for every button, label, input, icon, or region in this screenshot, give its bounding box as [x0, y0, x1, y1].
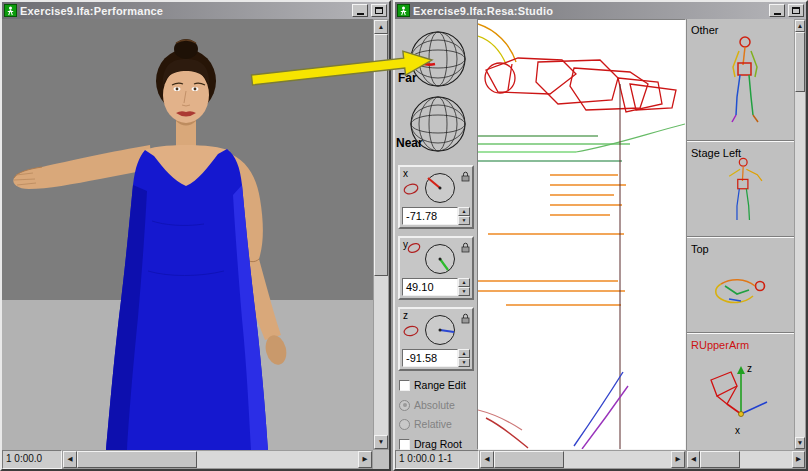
pose-sidebar: Other Stage Left: [686, 19, 794, 450]
scroll-down-button[interactable]: ▼: [795, 437, 805, 449]
minimize-icon: [774, 13, 781, 15]
up-arrow-icon: ▲: [378, 24, 384, 31]
scroll-up-button[interactable]: ▲: [374, 20, 388, 34]
x-rotation-dial[interactable]: [400, 169, 470, 205]
y-spinner[interactable]: ▲ ▼: [458, 278, 470, 296]
left-arrow-icon: ◀: [485, 456, 490, 463]
z-rotation-dial[interactable]: [400, 311, 470, 347]
scrollbar-corner: [373, 450, 389, 469]
maximize-icon: [375, 7, 383, 14]
up-arrow-icon: ▲: [462, 209, 467, 214]
x-spinner[interactable]: ▲ ▼: [458, 207, 470, 225]
pose-panel-rupperarm[interactable]: RUpperArm z x: [687, 334, 794, 450]
studio-window: Exercise9.lfa:Resa:Studio Far Near x: [393, 0, 808, 471]
scroll-up-button[interactable]: ▲: [795, 20, 805, 32]
pose-label-rupperarm: RUpperArm: [691, 339, 749, 351]
scroll-left-button[interactable]: ◀: [480, 451, 494, 468]
studio-window-title: Exercise9.lfa:Resa:Studio: [413, 5, 766, 17]
up-arrow-icon: ▲: [797, 23, 803, 30]
pose-panel-top[interactable]: Top: [687, 238, 794, 332]
near-label: Near: [396, 136, 423, 150]
absolute-option: Absolute: [399, 399, 455, 411]
z-axis-label: z: [747, 363, 752, 374]
down-arrow-icon: ▼: [462, 360, 467, 365]
z-value-field[interactable]: -91.58: [402, 349, 458, 367]
pose-thumbnail-other[interactable]: [709, 35, 779, 135]
performance-window-title: Exercise9.lfa:Performance: [20, 5, 349, 17]
spin-up-button[interactable]: ▲: [458, 278, 470, 287]
left-arrow-icon: ◀: [68, 456, 73, 463]
up-arrow-icon: ▲: [462, 280, 467, 285]
performance-hscrollbar[interactable]: ◀ ▶: [62, 450, 373, 469]
pose-thumbnail-stage-left[interactable]: [709, 156, 779, 234]
performance-titlebar[interactable]: Exercise9.lfa:Performance: [2, 2, 389, 19]
range-edit-label: Range Edit: [414, 379, 466, 391]
pose-panel-stage-left[interactable]: Stage Left: [687, 142, 794, 236]
maximize-icon: [792, 7, 800, 14]
spin-up-button[interactable]: ▲: [458, 349, 470, 358]
studio-titlebar[interactable]: Exercise9.lfa:Resa:Studio: [395, 2, 806, 19]
right-arrow-icon: ▶: [676, 456, 681, 463]
annotation-arrow: [250, 44, 442, 92]
scroll-left-button[interactable]: ◀: [687, 451, 700, 468]
app-icon: [4, 4, 17, 17]
down-arrow-icon: ▼: [462, 218, 467, 223]
spin-down-button[interactable]: ▼: [458, 287, 470, 296]
y-rotation-group: y 49.10 ▲ ▼: [398, 236, 474, 300]
vscroll-thumb[interactable]: [795, 32, 805, 92]
right-arrow-icon: ▶: [796, 456, 801, 463]
hscroll-thumb[interactable]: [700, 451, 740, 468]
down-arrow-icon: ▼: [797, 440, 803, 447]
hscroll-thumb[interactable]: [77, 451, 197, 468]
spin-up-button[interactable]: ▲: [458, 207, 470, 216]
z-rotation-group: z -91.58 ▲ ▼: [398, 307, 474, 371]
drag-root-label: Drag Root: [414, 438, 462, 450]
radio-dot: [403, 403, 407, 407]
dancer-icon: [6, 6, 15, 16]
absolute-label: Absolute: [414, 399, 455, 411]
left-arrow-icon: ◀: [691, 456, 696, 463]
range-edit-checkbox[interactable]: [399, 380, 410, 391]
spin-down-button[interactable]: ▼: [458, 216, 470, 225]
studio-hscrollbar[interactable]: ◀ ▶: [479, 450, 686, 469]
x-axis-label: x: [735, 425, 740, 436]
studio-frame-status: 1 0:00.0 1-1: [395, 450, 479, 469]
app-icon: [397, 4, 410, 17]
drag-root-checkbox[interactable]: [399, 439, 410, 450]
pose-label-top: Top: [691, 243, 709, 255]
maximize-button[interactable]: [371, 4, 387, 17]
hscroll-thumb[interactable]: [494, 451, 564, 468]
absolute-radio: [399, 400, 410, 411]
range-edit-option[interactable]: Range Edit: [399, 379, 466, 391]
relative-radio: [399, 419, 410, 430]
up-arrow-icon: ▲: [462, 351, 467, 356]
scroll-right-button[interactable]: ▶: [358, 451, 372, 468]
sidebar-hscrollbar[interactable]: ◀ ▶: [686, 450, 806, 469]
pose-thumbnail-rupperarm[interactable]: z x: [701, 352, 781, 447]
performance-frame-status: 1 0:00.0: [2, 450, 62, 469]
studio-canvas[interactable]: [477, 19, 686, 450]
x-value-field[interactable]: -71.78: [402, 207, 458, 225]
pose-panel-other[interactable]: Other: [687, 19, 794, 140]
spin-down-button[interactable]: ▼: [458, 358, 470, 367]
down-arrow-icon: ▼: [462, 289, 467, 294]
drag-root-option[interactable]: Drag Root: [399, 438, 462, 450]
y-value-field[interactable]: 49.10: [402, 278, 458, 296]
scroll-right-button[interactable]: ▶: [671, 451, 685, 468]
right-arrow-icon: ▶: [363, 456, 368, 463]
minimize-button[interactable]: [769, 4, 785, 17]
dancer-icon: [399, 6, 408, 16]
pose-thumbnail-top[interactable]: [703, 264, 773, 320]
maximize-button[interactable]: [788, 4, 804, 17]
x-rotation-group: x -71.78 ▲ ▼: [398, 165, 474, 229]
minimize-button[interactable]: [352, 4, 368, 17]
relative-option: Relative: [399, 418, 452, 430]
scroll-left-button[interactable]: ◀: [63, 451, 77, 468]
scroll-down-button[interactable]: ▼: [374, 435, 388, 449]
sidebar-vscrollbar[interactable]: ▲ ▼: [794, 19, 806, 450]
minimize-icon: [357, 13, 364, 15]
y-rotation-dial[interactable]: [400, 240, 470, 276]
z-spinner[interactable]: ▲ ▼: [458, 349, 470, 367]
relative-label: Relative: [414, 418, 452, 430]
scroll-right-button[interactable]: ▶: [792, 451, 805, 468]
